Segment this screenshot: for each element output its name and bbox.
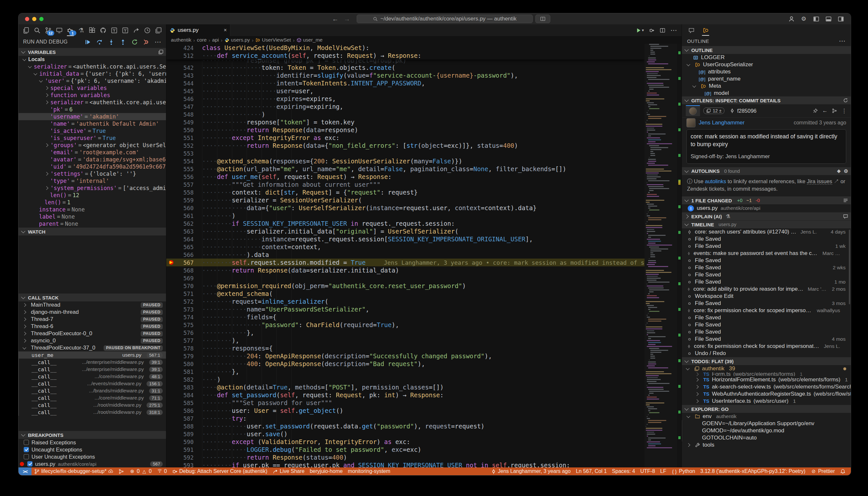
code-line[interactable]: 562········if SESSION_KEY_IMPERSONATE_US… — [166, 220, 645, 227]
status-language-mode[interactable]: { }Python — [669, 468, 698, 474]
code-line[interactable]: 550············return Response(data=resp… — [166, 126, 645, 134]
code-line[interactable]: 567········self.request.session.modified… — [166, 259, 645, 266]
variable-row[interactable]: 'name'='authentik Default Admin' — [18, 120, 166, 127]
variable-row[interactable]: serializer=<authentik.core.api.users.Use… — [18, 99, 166, 106]
thread-row[interactable]: django-main-threadPAUSED — [18, 309, 166, 316]
status-ports[interactable]: 0 — [154, 468, 170, 474]
variable-row[interactable]: len()=12 — [18, 192, 166, 199]
sticky-line[interactable]: 424class UserViewSet(UsedByMixin, ModelV… — [166, 44, 645, 52]
stack-frame[interactable]: __call__.../root/middleware.py318:1 — [18, 409, 166, 416]
breakpoints-section-header[interactable]: BREAKPOINTS — [18, 431, 166, 439]
code-line[interactable]: 588············user.set_password(request… — [166, 422, 645, 430]
timeline-item[interactable]: File Saved1 mo — [682, 278, 851, 285]
status-git-branch[interactable]: lifecycle/fix-debugger-setup* — [31, 468, 116, 474]
variable-row[interactable]: initial_data={'user': {'pk': 6, 'usernam… — [18, 70, 166, 77]
variable-row[interactable]: instance=None — [18, 206, 166, 213]
thread-row[interactable]: Thread-6PAUSED — [18, 323, 166, 330]
timeline-item[interactable]: events: make sure password set event has… — [682, 250, 851, 257]
breakpoint-row[interactable]: Uncaught Exceptions — [18, 446, 166, 453]
code-line[interactable]: 564················instance=request._req… — [166, 235, 645, 243]
minimap[interactable] — [645, 44, 677, 467]
callstack-section-header[interactable]: CALL STACK — [18, 293, 166, 301]
run-python-file-button[interactable]: ▾ — [636, 28, 644, 33]
go-env-value[interactable]: GOTOOLCHAIN=auto — [682, 434, 851, 441]
explorer-go-header[interactable]: EXPLORER: GO — [682, 405, 851, 413]
code-line[interactable]: 569 — [166, 274, 645, 282]
timeline-item[interactable]: core: fix permission check for scoped im… — [682, 307, 851, 314]
go-env-value[interactable]: GOENV=~/Library/Application Support/go/e… — [682, 420, 851, 427]
stack-frame[interactable]: user_meusers.py567:1 — [18, 352, 166, 359]
code-line[interactable]: 575················"password": CharField… — [166, 321, 645, 329]
code-line[interactable]: 592············return Response(status=40… — [166, 453, 645, 461]
status-problems[interactable]: ⊗0△0 — [127, 468, 154, 474]
code-line[interactable]: 542················token: Token = Token.… — [166, 64, 645, 72]
outline-section-header[interactable]: OUTLINE — [682, 46, 851, 54]
activity-extensions-icon[interactable] — [88, 26, 97, 35]
commit-sha[interactable]: f285096 — [730, 108, 757, 114]
status-live-share[interactable]: Live Share — [270, 468, 307, 474]
code-line[interactable]: 548················) — [166, 110, 645, 118]
timeline-item[interactable]: File Saved1 wk — [682, 243, 851, 250]
breakpoint-checkbox[interactable] — [24, 454, 29, 459]
tab-users-py[interactable]: users.py × — [166, 25, 230, 36]
code-line[interactable]: 586········user: User = self.get_object(… — [166, 407, 645, 415]
back-icon[interactable]: ← — [822, 108, 828, 114]
thread-row[interactable]: MainThreadPAUSED — [18, 301, 166, 309]
variable-row[interactable]: parent=None — [18, 220, 166, 227]
thread-row[interactable]: ThreadPoolExecutor-0_0PAUSED — [18, 330, 166, 337]
chat-view-icon[interactable] — [687, 26, 696, 34]
outline-item[interactable]: UserGroupSerializer — [682, 61, 851, 68]
code-line[interactable]: 585········"""Set password for user""" — [166, 399, 645, 407]
step-over-button[interactable] — [96, 38, 103, 45]
split-editor-icon[interactable] — [660, 28, 665, 33]
settings-gear-icon[interactable]: ⚙ — [800, 15, 807, 22]
breadcrumb-item[interactable]: user_me — [297, 37, 323, 43]
variables-section-header[interactable]: VARIABLES — [18, 48, 166, 56]
variable-row[interactable]: 'user'={'pk': 6, 'username': 'akadmin', … — [18, 77, 166, 84]
code-scroll[interactable]: 424class UserViewSet(UsedByMixin, ModelV… — [166, 44, 645, 467]
timeline-item[interactable]: File Saved — [682, 328, 851, 336]
outline-item[interactable]: [@]model — [682, 90, 851, 96]
code-line[interactable]: 544····················intent=TokenInten… — [166, 79, 645, 87]
code-line[interactable]: 551········except IntegrityError as exc: — [166, 134, 645, 142]
overview-ruler[interactable] — [677, 44, 682, 467]
todo-item[interactable]: TSUserInterface.ts (web/src/user)1 — [682, 398, 851, 405]
layout-sidebar-right-icon[interactable] — [837, 15, 844, 22]
status-formatter[interactable]: ⊘Prettier — [808, 468, 837, 474]
breadcrumb-item[interactable]: api — [212, 37, 219, 43]
layout-customize-button[interactable] — [536, 15, 550, 23]
variable-row[interactable]: special variables — [18, 84, 166, 92]
code-line[interactable]: 552············return Response(data={"no… — [166, 142, 645, 150]
autolinks-link[interactable]: autolinks — [705, 178, 726, 184]
pin-icon[interactable] — [813, 108, 818, 113]
code-line[interactable]: 571····@extend_schema( — [166, 290, 645, 297]
code-line[interactable]: 573············name="UserPasswordSetSeri… — [166, 305, 645, 313]
activity-extension-y2-icon[interactable] — [121, 26, 129, 35]
variable-row[interactable]: 'is_active'=True — [18, 127, 166, 135]
variable-row[interactable]: 'groups'=<generator object UserSelfSeria… — [18, 142, 166, 149]
code-line[interactable]: 560············data={"user": UserSelfSer… — [166, 204, 645, 212]
code-line[interactable]: 557········"""Get information about curr… — [166, 181, 645, 188]
disconnect-button[interactable] — [143, 38, 150, 45]
code-line[interactable]: 543····················identifier=slugif… — [166, 72, 645, 79]
remote-indicator[interactable]: >< — [18, 467, 31, 475]
kebab-icon[interactable]: ⋮ — [841, 108, 847, 114]
code-line[interactable]: 561········) — [166, 212, 645, 220]
breakpoint-checkbox[interactable] — [24, 440, 29, 445]
panel-more-icon[interactable]: ⋯ — [839, 37, 846, 45]
variable-row[interactable]: len()=1 — [18, 199, 166, 206]
variable-row[interactable]: 'is_superuser'=True — [18, 135, 166, 142]
todo-file-group[interactable]: authentik39 — [682, 365, 851, 372]
nav-forward-icon[interactable]: → — [344, 15, 350, 23]
activity-source-control-icon[interactable]: 12 — [44, 26, 52, 35]
timeline-item[interactable]: File Saved3 mos — [682, 300, 851, 307]
more-button[interactable]: ⋯ — [154, 38, 161, 45]
stack-frame[interactable]: __call__.../core/middleware.py48:1 — [18, 373, 166, 380]
variable-row[interactable]: 'pk'=6 — [18, 106, 166, 113]
status-encoding[interactable]: UTF-8 — [638, 468, 657, 474]
timeline-item[interactable]: File Saved — [682, 235, 851, 243]
timeline-item[interactable]: File Saved — [682, 314, 851, 321]
run-or-debug-icon[interactable] — [649, 28, 654, 33]
code-line[interactable]: 565················context=context, — [166, 243, 645, 251]
activity-extension-y1-icon[interactable] — [110, 26, 119, 35]
